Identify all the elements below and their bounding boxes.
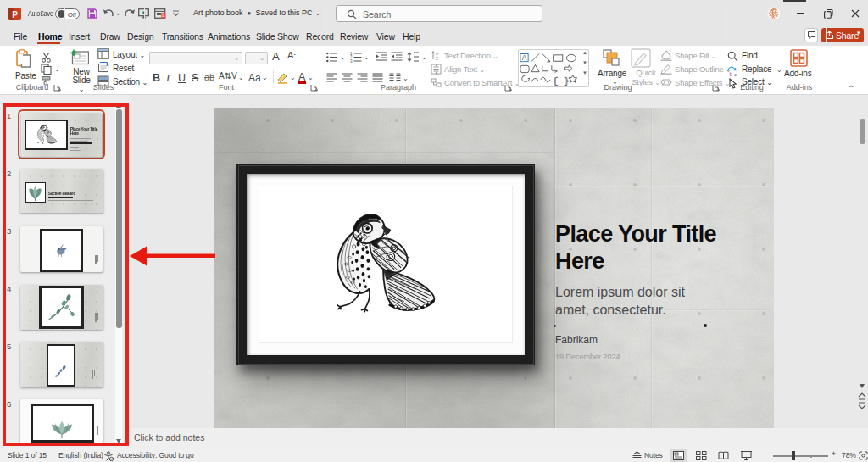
svg-text:b: b: [730, 71, 733, 77]
svg-text:3: 3: [350, 59, 353, 63]
svg-text:c: c: [734, 72, 737, 76]
svg-text:Z: Z: [436, 56, 438, 61]
svg-text:{ }: { }: [553, 76, 570, 86]
svg-text:A: A: [522, 53, 527, 62]
